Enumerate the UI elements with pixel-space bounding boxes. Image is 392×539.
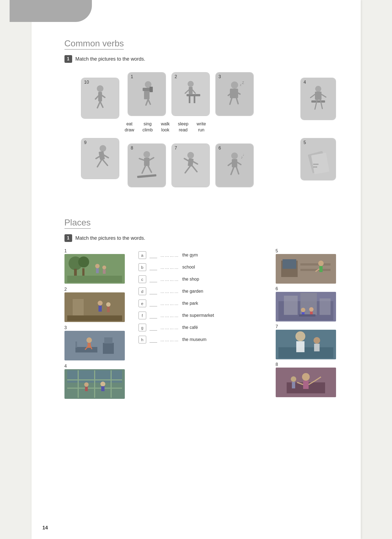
svg-rect-14 bbox=[189, 96, 190, 103]
svg-rect-115 bbox=[320, 298, 331, 315]
places-exercise-badge: 1 bbox=[64, 234, 72, 242]
match-row-d: d ………… the garden bbox=[139, 287, 265, 295]
place-img-box-4 bbox=[64, 369, 125, 399]
svg-rect-1 bbox=[98, 92, 102, 101]
place-1-number: 1 bbox=[64, 249, 128, 253]
svg-line-11 bbox=[148, 99, 150, 104]
card-7-number: 7 bbox=[175, 146, 177, 151]
match-place-b: school bbox=[182, 265, 195, 270]
card-8-number: 8 bbox=[131, 146, 133, 151]
match-letter-d: d bbox=[139, 287, 146, 295]
match-dots-f: ………… bbox=[160, 313, 179, 318]
exercise-1-instruction: Match the pictures to the words. bbox=[75, 56, 145, 62]
verb-card-10: 10 bbox=[81, 78, 119, 119]
match-place-g: the café bbox=[182, 325, 198, 330]
match-row-a: a ………… the gym bbox=[139, 251, 265, 259]
svg-rect-46 bbox=[137, 174, 156, 178]
svg-rect-48 bbox=[188, 158, 194, 167]
svg-point-19 bbox=[231, 81, 238, 89]
place-5-number: 5 bbox=[276, 249, 339, 253]
svg-line-58 bbox=[236, 167, 239, 174]
match-letter-e: e bbox=[139, 300, 146, 307]
place-4-number: 4 bbox=[64, 364, 128, 369]
svg-line-23 bbox=[230, 98, 232, 104]
card-6-number: 6 bbox=[219, 146, 221, 151]
word-write: write bbox=[197, 122, 206, 126]
match-answer-a[interactable] bbox=[150, 252, 157, 258]
match-row-h: h ………… the museum bbox=[139, 336, 265, 343]
svg-rect-105 bbox=[283, 259, 296, 269]
svg-rect-31 bbox=[311, 100, 325, 103]
match-letter-h: h bbox=[139, 336, 146, 343]
place-2-number: 2 bbox=[64, 287, 128, 292]
svg-text:z: z bbox=[240, 83, 241, 86]
place-7-number: 7 bbox=[276, 324, 339, 329]
svg-rect-28 bbox=[315, 92, 322, 100]
svg-rect-71 bbox=[96, 268, 99, 273]
svg-rect-122 bbox=[278, 347, 333, 358]
svg-rect-135 bbox=[292, 382, 295, 388]
svg-line-18 bbox=[193, 90, 195, 93]
verb-card-7: 7 bbox=[171, 143, 210, 187]
svg-point-129 bbox=[302, 373, 310, 381]
verbs-picture-grid: 10 1 bbox=[64, 69, 339, 196]
card-2-number: 2 bbox=[175, 74, 177, 79]
svg-point-123 bbox=[295, 331, 305, 341]
svg-line-51 bbox=[185, 166, 190, 173]
card-5-number: 5 bbox=[304, 140, 306, 145]
svg-point-40 bbox=[143, 151, 150, 158]
svg-rect-73 bbox=[103, 269, 106, 274]
match-answer-d[interactable] bbox=[150, 288, 157, 294]
match-place-f: the supermarket bbox=[182, 313, 214, 318]
match-letter-a: a bbox=[139, 251, 146, 259]
match-letter-b: b bbox=[139, 263, 146, 271]
svg-rect-76 bbox=[73, 299, 84, 315]
svg-point-134 bbox=[291, 376, 296, 382]
common-verbs-section: Common verbs 1 Match the pictures to the… bbox=[64, 27, 339, 196]
svg-rect-79 bbox=[98, 306, 102, 312]
verb-card-3: 3 z Z bbox=[215, 72, 254, 116]
svg-text:■■■: ■■■ bbox=[313, 166, 317, 168]
svg-line-38 bbox=[97, 160, 101, 167]
svg-point-0 bbox=[97, 85, 103, 92]
match-answer-g[interactable] bbox=[150, 324, 157, 331]
svg-point-67 bbox=[78, 256, 89, 267]
word-sing: sing bbox=[143, 122, 151, 126]
svg-point-86 bbox=[86, 337, 92, 343]
svg-rect-13 bbox=[187, 94, 200, 96]
match-row-b: b ………… school bbox=[139, 263, 265, 271]
place-image-1: 1 bbox=[64, 249, 128, 284]
svg-rect-91 bbox=[104, 337, 112, 343]
place-img-box-3 bbox=[64, 331, 125, 360]
match-answer-h[interactable] bbox=[150, 337, 157, 343]
svg-line-5 bbox=[100, 101, 103, 107]
place-image-2: 2 bbox=[64, 287, 128, 322]
places-instruction: Match the pictures to the words. bbox=[75, 235, 145, 241]
card-3-number: 3 bbox=[219, 74, 221, 79]
svg-line-30 bbox=[322, 94, 326, 97]
verb-card-9: 9 bbox=[81, 138, 119, 179]
word-run: run bbox=[198, 128, 204, 132]
match-dots-b: ………… bbox=[160, 265, 179, 270]
match-answer-e[interactable] bbox=[150, 300, 157, 306]
places-title: Places bbox=[64, 218, 91, 229]
svg-rect-109 bbox=[319, 266, 323, 272]
place-image-4: 4 bbox=[64, 364, 128, 399]
svg-text:♩: ♩ bbox=[243, 153, 244, 156]
svg-text:Z: Z bbox=[242, 81, 244, 85]
svg-rect-81 bbox=[107, 307, 110, 312]
svg-point-70 bbox=[95, 264, 100, 268]
svg-line-50 bbox=[193, 161, 198, 164]
match-answer-b[interactable] bbox=[150, 264, 157, 270]
svg-rect-69 bbox=[82, 268, 84, 276]
match-row-e: e ………… the park bbox=[139, 300, 265, 307]
place-img-box-6 bbox=[276, 292, 336, 321]
svg-point-78 bbox=[98, 301, 103, 306]
match-row-g: g ………… the café bbox=[139, 324, 265, 331]
card-9-number: 9 bbox=[84, 140, 87, 145]
place-img-box-8 bbox=[276, 368, 336, 397]
match-letter-g: g bbox=[139, 324, 146, 331]
match-answer-c[interactable] bbox=[150, 276, 157, 282]
svg-line-39 bbox=[103, 160, 108, 165]
match-answer-f[interactable] bbox=[150, 312, 157, 318]
